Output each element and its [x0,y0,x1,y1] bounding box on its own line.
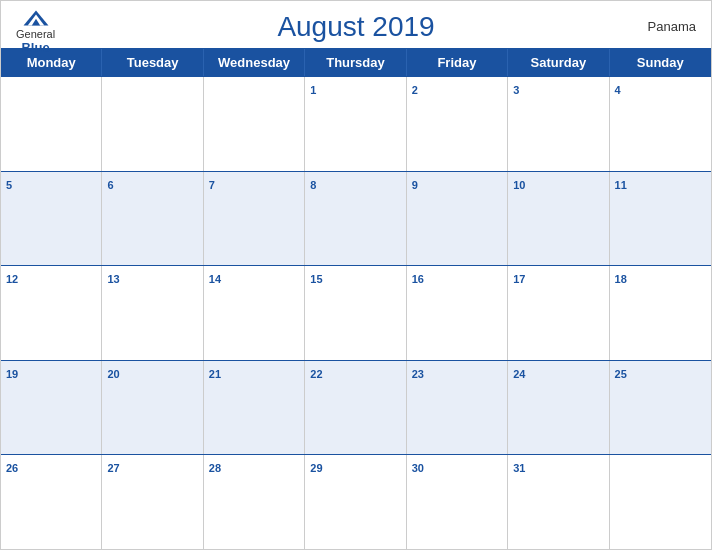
day-number: 18 [615,273,627,285]
day-number: 2 [412,84,418,96]
day-cell: 11 [610,172,711,266]
day-headers: MondayTuesdayWednesdayThursdayFridaySatu… [1,49,711,76]
week-row-5: 262728293031 [1,454,711,549]
day-number: 28 [209,462,221,474]
day-cell: 15 [305,266,406,360]
day-cell: 12 [1,266,102,360]
calendar: General Blue August 2019 Panama MondayTu… [0,0,712,550]
day-number: 10 [513,179,525,191]
day-number: 25 [615,368,627,380]
day-cell: 13 [102,266,203,360]
day-cell: 1 [305,77,406,171]
day-cell: 3 [508,77,609,171]
day-header-sunday: Sunday [610,49,711,76]
day-cell: 26 [1,455,102,549]
day-cell: 19 [1,361,102,455]
day-number: 7 [209,179,215,191]
day-header-wednesday: Wednesday [204,49,305,76]
day-cell: 30 [407,455,508,549]
day-cell: 4 [610,77,711,171]
day-number: 17 [513,273,525,285]
day-cell: 16 [407,266,508,360]
day-cell: 17 [508,266,609,360]
day-number: 21 [209,368,221,380]
day-cell: 8 [305,172,406,266]
logo-blue-text: Blue [21,40,49,55]
week-row-1: 1234 [1,76,711,171]
day-cell: 24 [508,361,609,455]
calendar-header: General Blue August 2019 Panama [1,1,711,48]
day-number: 27 [107,462,119,474]
month-title: August 2019 [277,11,434,43]
day-number: 12 [6,273,18,285]
week-row-2: 567891011 [1,171,711,266]
day-number: 19 [6,368,18,380]
day-cell: 18 [610,266,711,360]
day-number: 24 [513,368,525,380]
day-number: 3 [513,84,519,96]
day-number: 9 [412,179,418,191]
day-cell: 29 [305,455,406,549]
day-number: 26 [6,462,18,474]
logo-icon [22,9,50,27]
day-cell: 14 [204,266,305,360]
day-number: 30 [412,462,424,474]
day-header-friday: Friday [407,49,508,76]
day-number: 13 [107,273,119,285]
day-cell: 27 [102,455,203,549]
day-number: 14 [209,273,221,285]
logo-general-text: General [16,28,55,40]
day-cell: 6 [102,172,203,266]
day-header-tuesday: Tuesday [102,49,203,76]
day-number: 23 [412,368,424,380]
day-cell: 7 [204,172,305,266]
calendar-grid: MondayTuesdayWednesdayThursdayFridaySatu… [1,48,711,549]
day-cell: 23 [407,361,508,455]
day-number: 5 [6,179,12,191]
day-cell: 2 [407,77,508,171]
week-row-3: 12131415161718 [1,265,711,360]
day-cell: 21 [204,361,305,455]
day-cell [204,77,305,171]
day-cell: 20 [102,361,203,455]
day-header-thursday: Thursday [305,49,406,76]
day-cell: 22 [305,361,406,455]
day-number: 20 [107,368,119,380]
day-number: 29 [310,462,322,474]
day-number: 1 [310,84,316,96]
country-label: Panama [648,19,696,34]
day-number: 6 [107,179,113,191]
day-cell: 9 [407,172,508,266]
day-cell: 31 [508,455,609,549]
day-number: 16 [412,273,424,285]
day-number: 4 [615,84,621,96]
logo: General Blue [16,9,55,55]
day-number: 8 [310,179,316,191]
weeks-container: 1234567891011121314151617181920212223242… [1,76,711,549]
week-row-4: 19202122232425 [1,360,711,455]
day-number: 15 [310,273,322,285]
day-cell [102,77,203,171]
day-number: 31 [513,462,525,474]
day-header-saturday: Saturday [508,49,609,76]
day-cell: 25 [610,361,711,455]
day-cell [610,455,711,549]
day-number: 11 [615,179,627,191]
day-cell: 5 [1,172,102,266]
day-cell: 28 [204,455,305,549]
day-cell: 10 [508,172,609,266]
day-number: 22 [310,368,322,380]
day-cell [1,77,102,171]
